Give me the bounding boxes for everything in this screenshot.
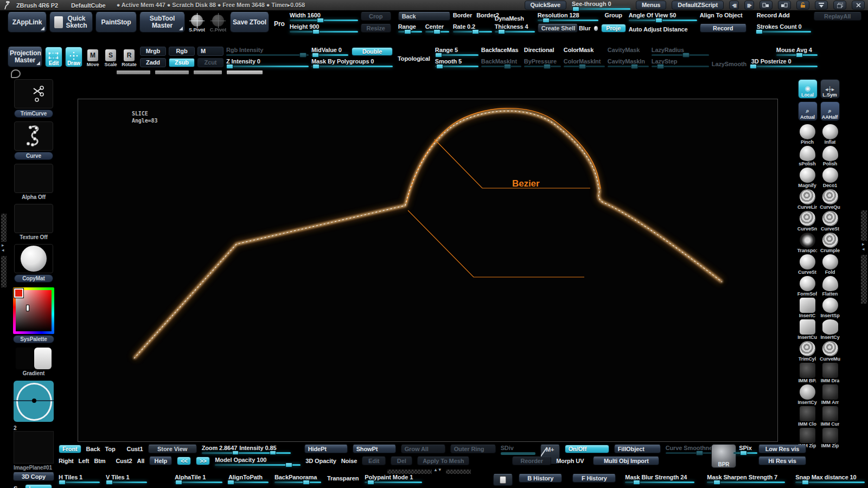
slider-track[interactable]	[572, 8, 630, 10]
backfacemask-label[interactable]: BackfaceMas	[481, 47, 521, 53]
outer-ring-button[interactable]: Outer Ring	[450, 445, 496, 453]
slider-track[interactable]	[625, 481, 694, 483]
slider-thumb[interactable]	[802, 480, 809, 485]
brush-item[interactable]: CurveSn	[797, 211, 818, 232]
top-view-button[interactable]: Top	[105, 445, 116, 453]
save-ztool-button[interactable]: Save ZTool	[230, 12, 269, 33]
brush-item[interactable]: CurveSt	[797, 254, 818, 275]
angle-of-view-slider[interactable]: Angle Of View 50	[629, 12, 697, 21]
slider-thumb[interactable]	[317, 18, 324, 23]
back-view-button[interactable]: Back	[86, 445, 100, 453]
brush-icon[interactable]	[800, 146, 815, 161]
brush-item[interactable]: IMM Zip	[820, 428, 840, 449]
height-slider[interactable]: Height 900	[290, 23, 358, 33]
model-opacity-slider[interactable]: Model Opacity 100	[215, 457, 301, 466]
rotate-mode-button[interactable]: RRotate	[121, 47, 137, 67]
alphatile-slider[interactable]: AlphaTile 1	[175, 474, 222, 483]
slider-thumb[interactable]	[436, 64, 443, 69]
imageplane-slot[interactable]: 2 ImagePlane#01	[14, 424, 54, 471]
align-to-object-label[interactable]: Align To Object	[700, 12, 754, 18]
brush-icon[interactable]	[800, 341, 815, 356]
noise-button[interactable]: Noise	[341, 457, 357, 465]
slider-thumb[interactable]	[312, 29, 320, 34]
brush-item[interactable]: InsertSp	[820, 298, 840, 319]
bypressure-slider[interactable]: ByPressure	[524, 58, 561, 67]
s-label[interactable]: S	[14, 485, 17, 488]
brush-item[interactable]: InsertCy	[797, 384, 818, 406]
slider-thumb[interactable]	[312, 64, 320, 69]
create-shell-button[interactable]: Create Shell	[538, 24, 578, 33]
brush-item[interactable]: IMM Cur	[820, 406, 840, 427]
brush-item[interactable]: IMM Clo	[797, 406, 818, 427]
cavitymask-label[interactable]: CavityMask	[608, 47, 649, 53]
aahalf-button[interactable]: ⌕AAHalf	[820, 101, 840, 121]
onoff-button[interactable]: On/Off	[565, 445, 609, 453]
prev-button[interactable]: <<	[177, 457, 191, 465]
brush-item[interactable]: Transpo:	[797, 233, 818, 254]
brush-item[interactable]: InsertCy	[820, 319, 840, 341]
brush-item[interactable]: InsertC	[797, 298, 818, 319]
3d-opacity-button[interactable]: 3D Opacity	[305, 457, 336, 465]
cavitymaskin-slider[interactable]: CavityMaskIn	[608, 58, 649, 67]
brush-icon[interactable]	[822, 124, 838, 139]
alpha-thumbnail[interactable]	[14, 164, 53, 193]
zadd-button[interactable]: Zadd	[140, 58, 166, 67]
local-symmetry-button[interactable]: ◉Local	[798, 79, 818, 99]
slider-thumb[interactable]	[657, 64, 664, 69]
brush-item[interactable]: CurveQu	[820, 189, 840, 210]
slider-track[interactable]	[757, 31, 811, 33]
brush-item[interactable]: IMM Arr	[820, 384, 840, 406]
replayall-button[interactable]: ReplayAll	[814, 12, 861, 21]
brush-icon[interactable]	[822, 341, 838, 356]
brush-icon[interactable]	[822, 384, 838, 400]
brush-icon[interactable]	[800, 298, 815, 313]
slider-track[interactable]	[202, 452, 291, 454]
slider-track[interactable]	[275, 481, 321, 483]
brush-item[interactable]: CurveSt	[820, 211, 840, 232]
cust2-view-button[interactable]: Cust2	[116, 457, 132, 465]
slider-thumb[interactable]	[227, 480, 234, 485]
brush-item[interactable]: Polish	[820, 146, 840, 167]
paintstop-button[interactable]: PaintStop	[95, 12, 137, 33]
brush-icon[interactable]	[822, 233, 838, 248]
slider-track[interactable]	[538, 20, 598, 21]
range-slider[interactable]: Range	[398, 23, 422, 33]
brush-item[interactable]: IMM Dra	[820, 363, 840, 384]
brush-icon[interactable]	[822, 211, 838, 226]
v-tiles-slider[interactable]: V Tiles 1	[106, 474, 147, 483]
brush-icon[interactable]	[800, 189, 815, 204]
close-window-icon[interactable]	[852, 1, 865, 10]
blur-knob-icon[interactable]	[593, 25, 598, 31]
timeline-arrows[interactable]: ▲▼	[433, 467, 442, 472]
scroll-right-icon[interactable]: ||||▸	[744, 1, 754, 10]
group-label[interactable]: Group	[601, 12, 626, 18]
slider-thumb[interactable]	[303, 480, 310, 485]
edit-disabled-button[interactable]: Edit	[362, 457, 386, 465]
slider-thumb[interactable]	[713, 480, 720, 485]
quicksave-button[interactable]: QuickSave	[525, 1, 566, 10]
slider-thumb[interactable]	[299, 53, 307, 57]
divider-left-icon[interactable]	[760, 1, 773, 10]
zoom-intensity-slider[interactable]: Zoom 2.8647Intensity 0.85	[202, 445, 291, 454]
mask-blur-slider[interactable]: Mask Blur Strength 24	[625, 474, 694, 483]
slider-track[interactable]	[501, 452, 535, 455]
low-res-vis-button[interactable]: Low Res vis	[758, 445, 806, 453]
trimcurve-brush[interactable]: TrimCurve	[14, 79, 53, 118]
spivot-button[interactable]: S.Pivot	[188, 12, 206, 33]
z-intensity-slider[interactable]: Z Intensity 0	[226, 58, 309, 67]
history-doc-button[interactable]	[493, 474, 513, 486]
brush-item[interactable]: Flatten	[820, 276, 840, 297]
del-button[interactable]: Del	[391, 457, 412, 465]
slider-thumb[interactable]	[696, 451, 703, 455]
b-history-button[interactable]: B History	[519, 474, 562, 483]
slider-track[interactable]	[608, 66, 649, 67]
current-color-swatch[interactable]	[14, 288, 23, 298]
gradient-widget[interactable]: Gradient	[16, 348, 52, 376]
slider-track[interactable]	[311, 54, 348, 56]
backmaskint-slider[interactable]: BackMaskInt	[481, 58, 521, 67]
timeline-strip[interactable]	[446, 470, 471, 474]
color-picker-area[interactable]	[13, 287, 54, 334]
slider-thumb[interactable]	[435, 53, 442, 57]
cpivot-button[interactable]: C.Pivot	[209, 12, 227, 33]
backpanorama-slider[interactable]: BackPanorama	[275, 474, 321, 483]
